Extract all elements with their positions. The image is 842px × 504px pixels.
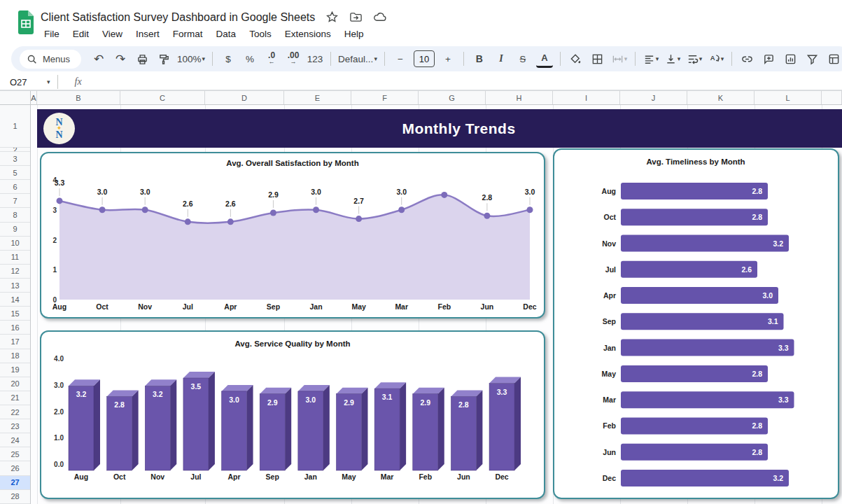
svg-text:3: 3 xyxy=(52,206,57,214)
column-header-C[interactable]: C xyxy=(120,91,205,104)
more-formats-button[interactable]: 123 xyxy=(307,50,323,68)
name-box[interactable]: O27 xyxy=(0,77,46,88)
text-wrap-button[interactable]: ▾ xyxy=(686,50,703,68)
text-color-button[interactable]: A xyxy=(536,50,553,68)
search-icon xyxy=(27,54,37,64)
row-header-16[interactable]: 16 xyxy=(0,321,30,335)
borders-button[interactable] xyxy=(589,50,606,68)
row-header-26[interactable]: 26 xyxy=(0,461,30,475)
row-header-20[interactable]: 20 xyxy=(0,377,30,391)
chart-satisfaction-card[interactable]: Avg. Overall Satisfaction by Month432103… xyxy=(40,152,545,318)
undo-button[interactable]: ↶ xyxy=(90,50,107,68)
menu-data[interactable]: Data xyxy=(211,27,241,41)
menu-format[interactable]: Format xyxy=(168,27,208,41)
row-header-8[interactable]: 8 xyxy=(0,208,30,222)
select-all-corner[interactable] xyxy=(0,91,31,104)
svg-text:3.2: 3.2 xyxy=(773,239,783,248)
merge-cells-button[interactable]: ▾ xyxy=(611,50,628,68)
vertical-align-button[interactable]: ▾ xyxy=(664,50,681,68)
row-header-23[interactable]: 23 xyxy=(0,419,30,433)
row-header-5[interactable]: 5 xyxy=(0,166,30,180)
format-percent-button[interactable]: % xyxy=(241,50,258,68)
column-header-K[interactable]: K xyxy=(687,91,755,104)
increase-font-size-button[interactable]: + xyxy=(440,50,456,68)
row-header-9[interactable]: 9 xyxy=(0,223,30,237)
paint-format-button[interactable] xyxy=(155,50,172,68)
insert-comment-button[interactable] xyxy=(761,50,778,68)
column-header-J[interactable]: J xyxy=(620,91,687,104)
row-header-24[interactable]: 24 xyxy=(0,433,30,447)
name-box-caret-icon[interactable]: ▾ xyxy=(47,78,50,85)
menu-extensions[interactable]: Extensions xyxy=(280,27,336,41)
svg-text:2.6: 2.6 xyxy=(225,200,236,208)
insert-chart-button[interactable] xyxy=(783,50,799,68)
document-title[interactable]: Client Satisfaction Survey Dashboard in … xyxy=(41,11,315,24)
row-header-10[interactable]: 10 xyxy=(0,237,30,251)
column-header-I[interactable]: I xyxy=(553,91,620,104)
column-header-H[interactable]: H xyxy=(486,91,553,104)
insert-link-button[interactable] xyxy=(739,50,756,68)
create-filter-button[interactable] xyxy=(804,50,821,68)
row-header-27[interactable]: 27 xyxy=(0,476,30,490)
row-header-14[interactable]: 14 xyxy=(0,293,30,307)
sheet-canvas[interactable]: N ✦ N Monthly Trends Avg. Overall Satisf… xyxy=(31,105,842,504)
row-header-7[interactable]: 7 xyxy=(0,194,30,208)
menu-help[interactable]: Help xyxy=(339,27,369,41)
font-size-input[interactable]: 10 xyxy=(414,50,435,67)
column-header-G[interactable]: G xyxy=(419,91,486,104)
font-select[interactable]: Defaul...▾ xyxy=(338,50,377,68)
column-header-E[interactable]: E xyxy=(284,91,351,104)
svg-text:2.8: 2.8 xyxy=(752,421,762,430)
menu-file[interactable]: File xyxy=(39,27,64,41)
redo-button[interactable]: ↷ xyxy=(112,50,129,68)
row-header-19[interactable]: 19 xyxy=(0,363,30,377)
sheets-logo-icon[interactable] xyxy=(17,10,35,34)
row-header-22[interactable]: 22 xyxy=(0,405,30,419)
menu-tools[interactable]: Tools xyxy=(244,27,276,41)
row-header-12[interactable]: 12 xyxy=(0,265,30,279)
row-header-17[interactable]: 17 xyxy=(0,335,30,349)
menu-insert[interactable]: Insert xyxy=(131,27,164,41)
bold-button[interactable]: B xyxy=(471,50,488,68)
row-header-6[interactable]: 6 xyxy=(0,180,30,194)
format-currency-button[interactable]: $ xyxy=(220,50,237,68)
row-header-13[interactable]: 13 xyxy=(0,279,30,293)
column-header-A[interactable]: A xyxy=(31,91,37,104)
svg-text:3.0: 3.0 xyxy=(311,188,321,196)
cloud-status-icon[interactable] xyxy=(373,10,386,24)
column-header-F[interactable]: F xyxy=(351,91,419,104)
row-header-3[interactable]: 3 xyxy=(0,152,30,166)
filter-views-button[interactable] xyxy=(826,50,842,68)
fill-color-button[interactable] xyxy=(568,50,584,68)
italic-button[interactable]: I xyxy=(493,50,510,68)
menus-search[interactable]: Menus xyxy=(20,50,81,69)
star-icon[interactable] xyxy=(325,10,339,24)
row-header-21[interactable]: 21 xyxy=(0,391,30,405)
strikethrough-button[interactable]: S xyxy=(514,50,531,68)
row-header-28[interactable]: 28 xyxy=(0,490,30,504)
row-header-11[interactable]: 11 xyxy=(0,251,30,265)
titlebar: Client Satisfaction Survey Dashboard in … xyxy=(0,0,842,45)
menu-edit[interactable]: Edit xyxy=(68,27,94,41)
column-header-B[interactable]: B xyxy=(37,91,120,104)
decrease-decimal-button[interactable]: .0← xyxy=(263,50,280,68)
svg-text:3.0: 3.0 xyxy=(97,188,108,196)
horizontal-align-button[interactable]: ▾ xyxy=(643,50,659,68)
move-folder-icon[interactable] xyxy=(349,10,363,24)
row-header-25[interactable]: 25 xyxy=(0,447,30,461)
zoom-select[interactable]: 100%▾ xyxy=(177,50,205,68)
increase-decimal-button[interactable]: .00→ xyxy=(285,50,302,68)
chart-service-quality-card[interactable]: Avg. Service Quality by Month4.03.02.01.… xyxy=(40,330,545,499)
column-header-partial[interactable] xyxy=(822,91,842,104)
column-header-D[interactable]: D xyxy=(205,91,284,104)
row-header-15[interactable]: 15 xyxy=(0,307,30,321)
row-header-1[interactable]: 1 xyxy=(0,105,30,148)
print-button[interactable] xyxy=(134,50,150,68)
column-header-L[interactable]: L xyxy=(755,91,822,104)
chart-timeliness-card[interactable]: Avg. Timeliness by MonthAug2.8Oct2.8Nov3… xyxy=(553,148,839,499)
text-rotation-button[interactable]: A ▾ xyxy=(708,50,724,68)
menu-view[interactable]: View xyxy=(97,27,127,41)
row-header-18[interactable]: 18 xyxy=(0,349,30,363)
decrease-font-size-button[interactable]: − xyxy=(392,50,409,68)
divider xyxy=(212,52,213,66)
